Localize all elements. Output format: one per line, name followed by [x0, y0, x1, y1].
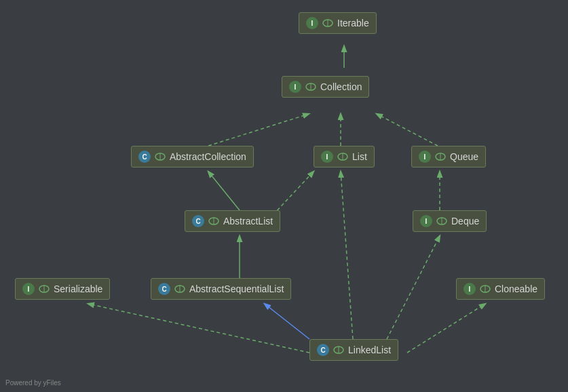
leaf-icon-abstractlist [208, 216, 219, 226]
svg-line-11 [407, 304, 485, 353]
badge-queue: I [419, 151, 431, 163]
svg-line-10 [341, 172, 353, 339]
node-iterable[interactable]: I Iterable [299, 12, 377, 34]
node-queue[interactable]: I Queue [411, 146, 486, 168]
node-label-collection: Collection [320, 81, 362, 92]
leaf-icon-deque [436, 216, 447, 226]
node-abstractlist[interactable]: C AbstractList [185, 210, 280, 232]
node-serializable[interactable]: I Serializable [15, 278, 110, 300]
node-label-iterable: Iterable [337, 18, 369, 28]
node-cloneable[interactable]: I Cloneable [456, 278, 545, 300]
svg-line-9 [88, 304, 309, 353]
node-linkedlist[interactable]: C LinkedList [309, 339, 398, 361]
leaf-icon-serializable [39, 284, 50, 294]
svg-line-12 [387, 236, 440, 339]
badge-cloneable: I [463, 283, 476, 295]
badge-abstractcollection: C [138, 151, 151, 163]
leaf-icon-collection [305, 82, 316, 92]
leaf-icon-iterable [322, 18, 333, 28]
node-collection[interactable]: I Collection [282, 76, 369, 98]
node-label-linkedlist: LinkedList [348, 345, 391, 355]
node-label-queue: Queue [450, 151, 478, 162]
node-label-cloneable: Cloneable [495, 283, 537, 294]
node-label-abstractlist: AbstractList [223, 216, 273, 227]
svg-line-4 [208, 172, 240, 210]
svg-line-1 [208, 114, 309, 146]
badge-deque: I [420, 215, 432, 227]
node-label-abstractsequentiallist: AbstractSequentialList [189, 283, 284, 294]
badge-abstractsequentiallist: C [158, 283, 170, 295]
node-deque[interactable]: I Deque [413, 210, 487, 232]
leaf-icon-abstractsequentiallist [174, 284, 185, 294]
badge-abstractlist: C [192, 215, 204, 227]
badge-list: I [321, 151, 333, 163]
node-label-deque: Deque [451, 216, 479, 227]
badge-serializable: I [22, 283, 35, 295]
node-label-abstractcollection: AbstractCollection [170, 151, 246, 162]
node-label-serializable: Serializable [54, 283, 102, 294]
powered-by-label: Powered by yFiles [5, 379, 61, 387]
node-abstractsequentiallist[interactable]: C AbstractSequentialList [151, 278, 291, 300]
diagram-canvas: I Iterable I Collection C AbstractCollec… [0, 0, 568, 392]
leaf-icon-linkedlist [333, 345, 344, 355]
badge-linkedlist: C [317, 344, 329, 356]
leaf-icon-cloneable [480, 284, 491, 294]
leaf-icon-abstractcollection [155, 152, 166, 161]
svg-line-8 [265, 304, 309, 339]
svg-line-3 [377, 114, 438, 146]
badge-iterable: I [306, 17, 318, 29]
node-label-list: List [352, 151, 367, 162]
arrows-layer [0, 0, 568, 392]
node-abstractcollection[interactable]: C AbstractCollection [131, 146, 254, 168]
node-list[interactable]: I List [314, 146, 375, 168]
leaf-icon-list [337, 152, 348, 161]
badge-collection: I [289, 81, 301, 93]
leaf-icon-queue [435, 152, 446, 161]
